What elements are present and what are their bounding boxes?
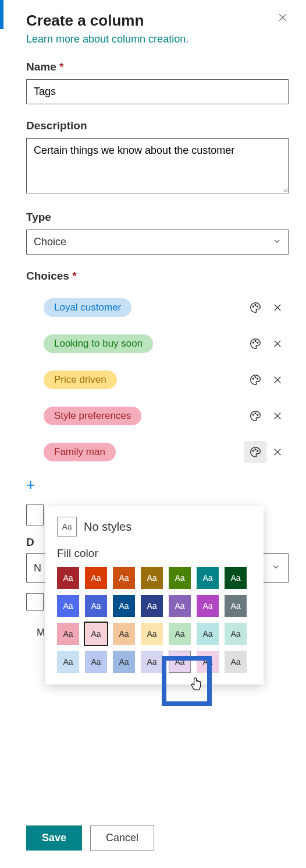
choice-row: Price driven (44, 362, 289, 398)
color-swatch[interactable]: Aa (113, 595, 135, 617)
panel-title: Create a column (26, 12, 144, 30)
palette-icon (249, 301, 262, 314)
learn-more-link[interactable]: Learn more about column creation. (26, 33, 289, 45)
delete-choice-button[interactable] (266, 333, 289, 355)
svg-point-0 (252, 306, 254, 307)
required-asterisk: * (59, 61, 63, 73)
svg-point-1 (255, 305, 256, 306)
color-swatch[interactable]: Aa (225, 567, 247, 589)
create-column-panel: Create a column Learn more about column … (0, 0, 306, 868)
svg-point-12 (252, 450, 254, 451)
color-swatch[interactable]: Aa (169, 595, 191, 617)
svg-point-8 (257, 378, 258, 379)
color-swatch[interactable]: Aa (197, 567, 219, 589)
choices-label: Choices * (26, 270, 289, 283)
delete-choice-button[interactable] (266, 405, 289, 427)
color-swatch[interactable]: Aa (225, 595, 247, 617)
choice-row: Looking to buy soon (44, 326, 289, 362)
close-icon (272, 302, 283, 313)
color-swatch[interactable]: Aa (57, 567, 79, 589)
description-label: Description (26, 119, 289, 132)
svg-point-6 (252, 378, 254, 379)
partial-input[interactable] (26, 504, 44, 525)
color-swatch[interactable]: Aa (225, 623, 247, 645)
type-label: Type (26, 211, 289, 224)
add-choice-button[interactable]: + (26, 476, 289, 494)
svg-point-7 (255, 377, 256, 378)
svg-point-11 (257, 414, 258, 415)
no-styles-option[interactable]: Aa No styles (57, 517, 252, 537)
cancel-button[interactable]: Cancel (90, 825, 154, 851)
palette-icon (249, 373, 262, 386)
name-label: Name * (26, 61, 289, 73)
close-button[interactable] (277, 12, 289, 26)
swatch-grid: AaAaAaAaAaAaAaAaAaAaAaAaAaAaAaAaAaAaAaAa… (57, 567, 252, 673)
color-swatch[interactable]: Aa (85, 623, 107, 645)
delete-choice-button[interactable] (266, 369, 289, 391)
no-styles-swatch: Aa (57, 517, 77, 537)
accent-bar (0, 0, 3, 29)
close-icon (272, 411, 283, 421)
color-swatch[interactable]: Aa (197, 595, 219, 617)
type-select[interactable]: Choice (26, 230, 289, 255)
footer: Save Cancel (26, 814, 289, 868)
svg-point-14 (257, 450, 258, 451)
close-icon (277, 12, 289, 23)
description-textarea[interactable] (26, 138, 289, 193)
choice-row: Family man (44, 434, 289, 470)
color-swatch[interactable]: Aa (197, 651, 219, 673)
delete-choice-button[interactable] (266, 441, 289, 463)
palette-icon (249, 337, 262, 350)
choice-pill[interactable]: Looking to buy soon (44, 334, 153, 353)
palette-icon (249, 410, 262, 422)
svg-point-9 (252, 414, 254, 415)
svg-point-13 (255, 449, 256, 450)
color-swatch[interactable]: Aa (85, 567, 107, 589)
color-swatch[interactable]: Aa (141, 651, 163, 673)
palette-button[interactable] (244, 297, 266, 319)
fill-color-label: Fill color (57, 547, 252, 560)
choice-pill[interactable]: Price driven (44, 371, 117, 389)
color-swatch[interactable]: Aa (57, 651, 79, 673)
delete-choice-button[interactable] (266, 297, 289, 319)
color-swatch[interactable]: Aa (113, 567, 135, 589)
choice-row: Style preferences (44, 398, 289, 434)
color-swatch[interactable]: Aa (197, 623, 219, 645)
svg-point-4 (255, 341, 256, 342)
color-swatch[interactable]: Aa (169, 623, 191, 645)
color-swatch[interactable]: Aa (225, 651, 247, 673)
color-swatch[interactable]: Aa (57, 595, 79, 617)
color-picker-popover: Aa No styles Fill color AaAaAaAaAaAaAaAa… (45, 506, 264, 684)
svg-point-3 (252, 342, 254, 343)
choices-list: Loyal customer Looking to buy soon Price… (26, 290, 289, 470)
color-swatch[interactable]: Aa (113, 623, 135, 645)
palette-icon (249, 446, 262, 458)
color-swatch[interactable]: Aa (141, 567, 163, 589)
choice-row: Loyal customer (44, 290, 289, 326)
save-button[interactable]: Save (26, 825, 82, 851)
close-icon (272, 338, 283, 349)
color-swatch[interactable]: Aa (169, 651, 191, 673)
color-swatch[interactable]: Aa (57, 623, 79, 645)
palette-button[interactable] (244, 369, 266, 391)
required-asterisk: * (72, 270, 76, 282)
color-swatch[interactable]: Aa (141, 623, 163, 645)
palette-button[interactable] (244, 441, 266, 463)
svg-point-10 (255, 413, 256, 414)
color-swatch[interactable]: Aa (85, 595, 107, 617)
color-swatch[interactable]: Aa (85, 651, 107, 673)
name-input[interactable] (26, 79, 289, 104)
close-icon (272, 375, 283, 385)
color-swatch[interactable]: Aa (169, 567, 191, 589)
no-styles-label: No styles (84, 520, 131, 534)
svg-point-2 (257, 306, 258, 307)
color-swatch[interactable]: Aa (141, 595, 163, 617)
color-swatch[interactable]: Aa (113, 651, 135, 673)
choice-pill[interactable]: Loyal customer (44, 298, 131, 317)
close-icon (272, 447, 283, 457)
partial-checkbox[interactable] (26, 593, 44, 611)
choice-pill[interactable]: Style preferences (44, 407, 141, 425)
choice-pill[interactable]: Family man (44, 443, 116, 461)
palette-button[interactable] (244, 405, 266, 427)
palette-button[interactable] (244, 333, 266, 355)
